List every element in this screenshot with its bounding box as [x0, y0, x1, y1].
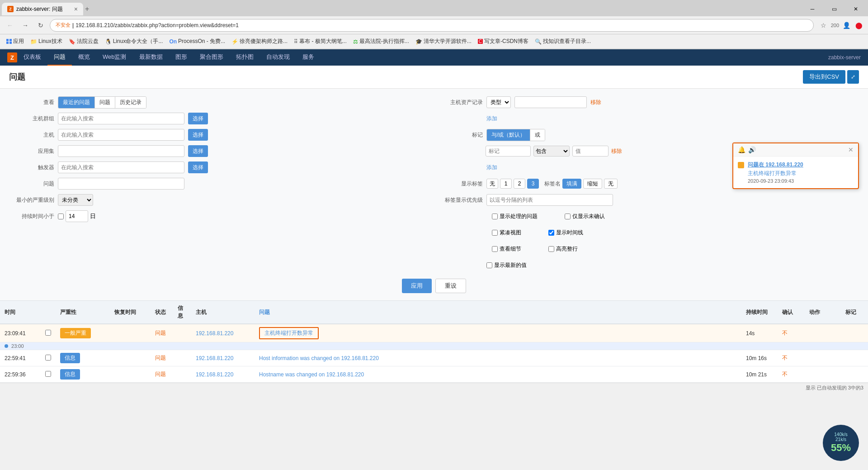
- row-problem-link-2[interactable]: Host information was changed on 192.168.…: [259, 355, 379, 361]
- bookmark-linux[interactable]: 📁 Linux技术: [28, 37, 65, 46]
- reset-button[interactable]: 重设: [435, 279, 466, 293]
- row-checkbox-2[interactable]: [45, 355, 51, 361]
- row-ack: 不: [778, 324, 805, 342]
- star-button[interactable]: ☆: [818, 20, 829, 31]
- url-bar[interactable]: 不安全 | 192.168.81.210/zabbix/zabbix.php?a…: [50, 19, 814, 32]
- row-host-link[interactable]: 192.168.81.220: [196, 330, 233, 337]
- row-host-link-2[interactable]: 192.168.81.220: [196, 355, 233, 361]
- row-problem-link[interactable]: 主机终端打开数异常: [264, 330, 313, 336]
- row-status-link-2[interactable]: 问题: [155, 355, 166, 361]
- notification-close-btn[interactable]: ✕: [848, 146, 854, 153]
- export-csv-button[interactable]: 导出到CSV: [803, 70, 845, 84]
- show-tags-3-btn[interactable]: 3: [527, 179, 539, 189]
- nav-latest[interactable]: 最新数据: [133, 49, 169, 66]
- inventory-add-link[interactable]: 添加: [486, 115, 497, 123]
- tag-add-link[interactable]: 添加: [486, 164, 497, 171]
- close-button[interactable]: ✕: [845, 2, 866, 16]
- tag-name-full-btn[interactable]: 填满: [562, 179, 581, 189]
- nav-discovery[interactable]: 自动发现: [260, 49, 296, 66]
- bookmark-tsinghua[interactable]: 🎓 清华大学开源软件...: [413, 37, 474, 46]
- nav-dashboard[interactable]: 仪表板: [17, 49, 47, 66]
- tag-name-short-btn[interactable]: 缩短: [583, 179, 602, 189]
- duration-checkbox[interactable]: [58, 214, 64, 219]
- bookmark-xu[interactable]: ⚡ 徐亮傻架构师之路...: [229, 37, 290, 46]
- bookmark-linux-cmd[interactable]: 🐧 Linux命令大全（手...: [102, 37, 166, 46]
- inventory-remove-link[interactable]: 移除: [590, 99, 601, 106]
- row-status-link-3[interactable]: 问题: [155, 371, 166, 377]
- trigger-input[interactable]: [58, 161, 184, 173]
- notif-subtitle[interactable]: 主机终端打开数异常: [748, 170, 803, 177]
- row-checkbox-cell: [41, 324, 56, 342]
- duration-value[interactable]: [66, 210, 88, 222]
- tag-priority-input[interactable]: [486, 194, 613, 206]
- bookmark-apps[interactable]: 应用: [4, 37, 27, 46]
- row-status-link[interactable]: 问题: [155, 330, 166, 336]
- nav-services[interactable]: 服务: [296, 49, 321, 66]
- show-latest-checkbox[interactable]: [486, 262, 492, 268]
- tags-row: 标记 与/或（默认） 或: [438, 128, 859, 141]
- host-group-input[interactable]: [58, 113, 184, 124]
- tag-name-none-btn[interactable]: 无: [604, 179, 618, 189]
- tag-key-input[interactable]: [486, 146, 531, 157]
- tag-operator-select[interactable]: 包含 等于: [533, 146, 570, 157]
- volume-icon[interactable]: 🔊: [748, 146, 756, 153]
- row-problem-link-3[interactable]: Hostname was changed on 192.168.81.220: [259, 371, 364, 378]
- nav-maps[interactable]: 拓扑图: [230, 49, 260, 66]
- notif-title[interactable]: 问题在 192.168.81.220: [748, 161, 803, 169]
- bell-icon[interactable]: 🔔: [738, 146, 745, 153]
- extension-icon[interactable]: ⬤: [854, 20, 864, 31]
- refresh-button[interactable]: ↻: [34, 19, 47, 32]
- tag-remove-link[interactable]: 移除: [611, 147, 622, 155]
- profile-button[interactable]: 👤: [841, 20, 852, 31]
- highlight-row-checkbox[interactable]: [548, 246, 554, 252]
- host-select-btn[interactable]: 选择: [188, 129, 208, 141]
- forward-button[interactable]: →: [19, 19, 32, 32]
- view-problems-btn[interactable]: 问题: [94, 97, 115, 108]
- back-button[interactable]: ←: [4, 19, 16, 32]
- host-input[interactable]: [58, 129, 184, 141]
- apply-button[interactable]: 应用: [402, 279, 432, 293]
- bookmark-processon[interactable]: On ProcessOn - 免费...: [166, 37, 228, 46]
- nav-web[interactable]: Web监测: [96, 49, 133, 66]
- show-tags-1-btn[interactable]: 1: [500, 179, 512, 189]
- bookmark-court[interactable]: ⚖ 最高法院-执行指挥...: [350, 37, 412, 46]
- show-details-checkbox[interactable]: [492, 246, 498, 252]
- bookmark-mubu[interactable]: ⠿ 幕布 - 极简大纲笔...: [291, 37, 349, 46]
- view-recent-btn[interactable]: 最近的问题: [58, 97, 94, 108]
- row-checkbox-3[interactable]: [45, 371, 51, 377]
- row-host-link-3[interactable]: 192.168.81.220: [196, 371, 233, 378]
- new-tab-button[interactable]: +: [85, 5, 89, 13]
- show-timeline-checkbox[interactable]: [548, 230, 554, 236]
- tag-or-btn[interactable]: 或: [530, 129, 545, 141]
- inventory-type-select[interactable]: 类型: [486, 96, 511, 108]
- show-suppressed-checkbox[interactable]: [492, 214, 498, 219]
- browser-chrome: Z zabbix-server: 问题 × + ─ ▭ ✕ ← → ↻ 不安全 …: [0, 0, 868, 49]
- show-tags-none-btn[interactable]: 无: [486, 179, 498, 189]
- show-tags-2-btn[interactable]: 2: [514, 179, 525, 189]
- tag-and-or-btn[interactable]: 与/或（默认）: [487, 129, 530, 141]
- show-unack-checkbox[interactable]: [565, 214, 571, 219]
- bookmark-cloud[interactable]: 🔖 法院云盘: [66, 37, 101, 46]
- bookmark-csdn[interactable]: C 写文章-CSDN博客: [475, 37, 531, 46]
- nav-screens[interactable]: 聚合图形: [193, 49, 230, 66]
- maximize-button[interactable]: ▭: [824, 2, 844, 16]
- nav-overview[interactable]: 概览: [72, 49, 96, 66]
- nav-graphs[interactable]: 图形: [169, 49, 193, 66]
- app-input[interactable]: [58, 145, 184, 157]
- compact-view-checkbox[interactable]: [492, 230, 498, 236]
- nav-problems[interactable]: 问题: [47, 49, 72, 66]
- view-history-btn[interactable]: 历史记录: [115, 97, 146, 108]
- inventory-value-input[interactable]: [514, 96, 587, 108]
- tag-value-input[interactable]: [572, 146, 609, 157]
- app-select-btn[interactable]: 选择: [188, 145, 208, 157]
- row-checkbox[interactable]: [45, 330, 51, 336]
- severity-select[interactable]: 未分类 信息 警告 一般严重 严重 灾难: [58, 194, 93, 206]
- host-group-select-btn[interactable]: 选择: [188, 113, 208, 124]
- bookmark-knowledge[interactable]: 🔍 找知识查看子目录...: [532, 37, 594, 46]
- problem-input[interactable]: [58, 178, 184, 190]
- tab-close-button[interactable]: ×: [74, 5, 78, 13]
- browser-tab[interactable]: Z zabbix-server: 问题 ×: [2, 3, 83, 15]
- minimize-button[interactable]: ─: [802, 2, 823, 16]
- trigger-select-btn[interactable]: 选择: [188, 161, 208, 173]
- expand-button[interactable]: ⤢: [847, 70, 859, 84]
